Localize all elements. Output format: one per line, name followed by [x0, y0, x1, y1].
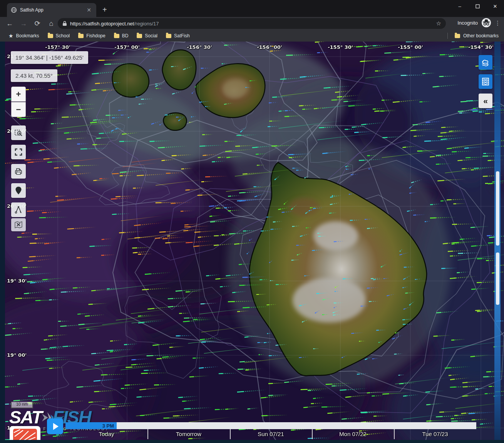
cloud-wind-icon — [481, 58, 490, 67]
bookmark-folder-school[interactable]: School — [48, 33, 70, 38]
window-minimize-button[interactable]: – — [451, 0, 469, 12]
forward-button[interactable]: → — [19, 20, 28, 28]
timeline-tick — [147, 429, 148, 439]
browser-menu-icon[interactable]: ⋮ — [495, 21, 500, 25]
bookmarks-manager-item[interactable]: ★ Bookmarks — [8, 33, 39, 39]
scrollbar-thumb[interactable] — [496, 171, 499, 246]
map-clear-icon — [14, 221, 23, 229]
zoom-out-button[interactable]: − — [11, 102, 26, 117]
compass-dividers-icon — [14, 206, 23, 214]
folder-icon — [455, 34, 460, 38]
printer-icon — [14, 167, 23, 176]
timeline-day-label[interactable]: Mon 07/22 — [339, 431, 367, 437]
bookmark-folder-bd[interactable]: BD — [114, 33, 129, 38]
timeline-day-labels: TodayTomorrowSun 07/21Mon 07/22Tue 07/23 — [65, 429, 476, 440]
back-button[interactable]: ← — [5, 20, 14, 28]
bookmark-folder-fishdope[interactable]: Fishdope — [78, 33, 105, 38]
play-icon — [53, 423, 59, 430]
reload-button[interactable]: ⟳ — [33, 19, 42, 28]
forecast-table-button[interactable] — [479, 74, 492, 89]
forecast-table-icon — [481, 77, 490, 86]
play-button[interactable] — [47, 418, 63, 434]
folder-icon — [137, 34, 142, 38]
collapse-panel-button[interactable]: « — [479, 94, 492, 108]
bottom-edge-strip — [0, 440, 504, 443]
longitude-label: -156° 00' — [257, 44, 282, 50]
latitude-label: 19° 30' — [7, 278, 27, 284]
folder-icon — [114, 34, 119, 38]
timeline-tick — [230, 429, 231, 439]
latitude-label: 19° 00' — [7, 352, 27, 358]
fullscreen-icon — [14, 148, 23, 156]
map-canvas[interactable]: -157° 30'-157° 00'-156° 30'-156° 00'-155… — [0, 42, 504, 443]
folder-icon — [78, 34, 84, 38]
fullscreen-button[interactable] — [11, 145, 26, 159]
tab-favicon-globe-icon — [11, 7, 17, 13]
window-close-button[interactable]: ✕ — [486, 0, 504, 12]
lock-icon — [62, 21, 67, 26]
longitude-label: -155° 30' — [328, 44, 353, 50]
wind-particles-layer — [0, 42, 504, 443]
home-button[interactable]: ⌂ — [47, 20, 55, 28]
bookmarks-bar: ★ Bookmarks SchoolFishdopeBDSocialSatFis… — [0, 30, 504, 42]
bookmarks-star-icon: ★ — [8, 33, 13, 39]
incognito-avatar-icon[interactable] — [481, 18, 491, 28]
address-bar[interactable]: https://satfish.gotoproject.net/regions/… — [58, 18, 446, 29]
timeline-day-label[interactable]: Tue 07/23 — [422, 431, 448, 437]
folder-icon — [48, 34, 53, 38]
timeline-day-label[interactable]: Tomorrow — [176, 431, 201, 437]
timeline-day-label[interactable]: Sun 07/21 — [258, 431, 284, 437]
timeline-tick — [312, 429, 313, 439]
timeline-progress: 3 PM — [65, 422, 117, 429]
scrollbar-thumb[interactable] — [496, 252, 499, 305]
location-pin-icon — [15, 186, 22, 195]
timeline-tick — [394, 429, 395, 439]
timeline-track[interactable]: 3 PM — [65, 422, 476, 429]
print-button[interactable] — [11, 164, 26, 179]
folder-icon — [166, 34, 171, 38]
cursor-position-readout: 19° 34.364' | -156° 49.625' — [11, 51, 88, 64]
logo-sat-text: SAT — [9, 409, 42, 425]
timeline-day-label[interactable]: Today — [99, 431, 114, 437]
bookmark-folder-satfish[interactable]: SatFish — [166, 33, 190, 38]
incognito-label: Incognito — [457, 20, 478, 26]
add-marker-button[interactable] — [11, 183, 26, 198]
tab-title: Satfish App — [20, 7, 82, 13]
bookmarks-divider — [447, 33, 448, 39]
clear-route-button[interactable] — [11, 218, 26, 231]
new-tab-button[interactable]: + — [102, 6, 107, 13]
longitude-label: -157° 00' — [114, 44, 140, 50]
bookmark-star-icon[interactable]: ☆ — [436, 20, 441, 27]
measure-button[interactable] — [11, 202, 26, 217]
zoom-in-button[interactable]: + — [11, 87, 26, 102]
longitude-label: -155° 00' — [398, 44, 423, 50]
other-bookmarks[interactable]: Other bookmarks — [447, 30, 499, 42]
window-maximize-button[interactable] — [469, 0, 486, 12]
longitude-label: -157° 30' — [45, 44, 70, 50]
browser-tab[interactable]: Satfish App ✕ — [7, 3, 96, 17]
longitude-label: -156° 30' — [187, 44, 212, 50]
map-edge-strip — [0, 42, 5, 443]
box-zoom-button[interactable] — [11, 125, 26, 140]
longitude-label: -154° 30' — [468, 44, 494, 50]
wind-layer-button[interactable] — [479, 55, 492, 70]
browser-titlebar: Satfish App ✕ + – ✕ — [0, 0, 504, 17]
url-text: https://satfish.gotoproject.net/regions/… — [70, 21, 159, 27]
box-zoom-icon — [14, 129, 23, 137]
timeline-current-time: 3 PM — [102, 423, 117, 429]
cursor-value-readout: 2.43 kt, 70.55° — [11, 69, 57, 82]
tab-close-icon[interactable]: ✕ — [85, 7, 92, 13]
bookmark-folder-social[interactable]: Social — [137, 33, 157, 38]
